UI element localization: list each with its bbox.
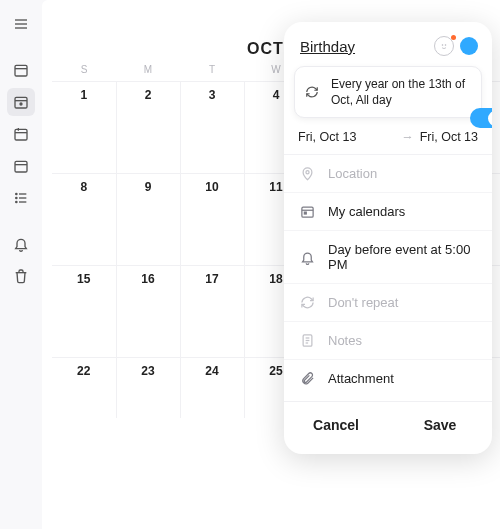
svg-point-7 [20, 103, 22, 105]
sidebar [0, 0, 42, 529]
svg-rect-24 [304, 213, 306, 215]
nav-calendar-month-icon[interactable] [7, 56, 35, 84]
day-cell[interactable]: 8 [52, 174, 116, 266]
location-icon [300, 166, 316, 181]
day-cell[interactable]: 10 [180, 174, 244, 266]
reminder-row[interactable]: Day before event at 5:00 PM [284, 231, 492, 284]
notes-row[interactable]: Notes [284, 322, 492, 360]
month-title: OCT [247, 40, 284, 58]
end-date-button[interactable]: Fri, Oct 13 [420, 130, 478, 144]
svg-point-21 [306, 171, 309, 174]
attachment-icon [300, 371, 316, 386]
calendar-icon [300, 204, 316, 219]
emoji-indicator-dot [451, 35, 456, 40]
day-cell[interactable]: 1 [52, 82, 116, 174]
weekday-header: M [116, 64, 180, 82]
svg-rect-8 [15, 129, 27, 140]
nav-notifications-icon[interactable] [7, 230, 35, 258]
day-cell[interactable]: 16 [116, 266, 180, 358]
menu-icon[interactable] [7, 10, 35, 38]
svg-point-17 [16, 201, 17, 202]
svg-point-20 [445, 45, 446, 46]
event-panel: Birthday Every year on the 13th of Oct, … [284, 22, 492, 454]
bell-icon [300, 250, 316, 265]
day-cell[interactable]: 22 [52, 358, 116, 418]
repeat-icon [305, 85, 321, 99]
recurrence-text: Every year on the 13th of Oct, All day [331, 76, 471, 108]
reminder-label: Day before event at 5:00 PM [328, 242, 476, 272]
day-cell[interactable]: 2 [116, 82, 180, 174]
repeat-row[interactable]: Don't repeat [284, 284, 492, 322]
notes-icon [300, 333, 316, 348]
all-day-toggle[interactable] [470, 108, 492, 130]
attachment-label: Attachment [328, 371, 394, 386]
repeat-label: Don't repeat [328, 295, 398, 310]
svg-point-19 [442, 45, 443, 46]
color-picker-button[interactable] [460, 37, 478, 55]
location-label: Location [328, 166, 377, 181]
attachment-row[interactable]: Attachment [284, 360, 492, 397]
day-cell[interactable]: 24 [180, 358, 244, 418]
weekday-header: T [180, 64, 244, 82]
weekday-header: S [52, 64, 116, 82]
calendar-label: My calendars [328, 204, 405, 219]
cancel-button[interactable]: Cancel [284, 402, 388, 448]
day-cell[interactable]: 23 [116, 358, 180, 418]
svg-rect-3 [15, 65, 27, 76]
nav-day-icon[interactable] [7, 120, 35, 148]
start-date-button[interactable]: Fri, Oct 13 [298, 130, 395, 144]
nav-today-icon[interactable] [7, 88, 35, 116]
day-cell[interactable]: 17 [180, 266, 244, 358]
svg-point-15 [16, 197, 17, 198]
svg-rect-11 [15, 161, 27, 172]
day-cell[interactable]: 3 [180, 82, 244, 174]
nav-trash-icon[interactable] [7, 262, 35, 290]
arrow-right-icon: → [401, 130, 414, 144]
notes-label: Notes [328, 333, 362, 348]
save-button[interactable]: Save [388, 402, 492, 448]
svg-point-13 [16, 193, 17, 194]
recurrence-tooltip: Every year on the 13th of Oct, All day [294, 66, 482, 118]
repeat-icon [300, 295, 316, 310]
nav-day2-icon[interactable] [7, 152, 35, 180]
location-row[interactable]: Location [284, 155, 492, 193]
event-title-input[interactable]: Birthday [300, 38, 428, 55]
day-cell[interactable]: 9 [116, 174, 180, 266]
emoji-picker-button[interactable] [434, 36, 454, 56]
svg-rect-22 [302, 208, 313, 218]
calendar-row[interactable]: My calendars [284, 193, 492, 231]
day-cell[interactable]: 15 [52, 266, 116, 358]
nav-list-icon[interactable] [7, 184, 35, 212]
